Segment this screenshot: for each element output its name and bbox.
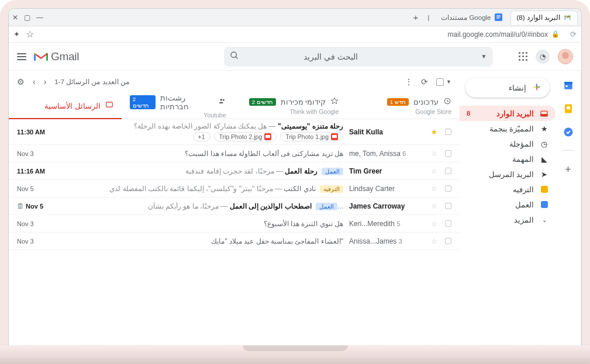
select-dropdown-icon[interactable]: ▼ [446,79,451,85]
svg-rect-2 [496,16,501,17]
attachment-chip[interactable]: Trip Photo 2.jpg [214,132,277,141]
row-checkbox[interactable] [445,238,451,244]
gmail-favicon-icon [564,14,571,22]
label-tag[interactable]: العمل [316,203,337,210]
refresh-icon[interactable]: ⟳ [421,77,428,86]
settings-gear-icon[interactable]: ⚙ [17,77,25,86]
gmail-logo[interactable]: Gmail [33,50,79,63]
compose-button[interactable]: إنشاء [465,78,550,98]
keep-addon-icon[interactable] [563,103,574,114]
date: 11:30 AM [17,129,52,136]
date: Nov 3 [17,150,52,157]
select-all-checkbox[interactable] [436,78,444,86]
email-row[interactable]: ☆ Tim Greer العمل رحلة العمل — مرحبًا، ل… [9,162,460,180]
search-options-icon[interactable]: ▼ [481,53,487,60]
search-box[interactable]: البحث في البريد ▼ [224,47,493,67]
image-file-icon [264,133,271,140]
account-avatar[interactable] [558,49,573,64]
browser-address-bar: ✦ ☆ mail.google.com/mail/u/0/#inbox 🔒 ⟳ [9,26,581,43]
more-actions-icon[interactable]: ⋮ [405,77,413,86]
star-toggle-icon[interactable]: ☆ [431,185,439,193]
email-row[interactable]: ☆ James Carroway العمل اصطحاب الوالدين إ… [9,197,460,215]
pagination-info: 1-7 من العديد من الرسائل [54,78,129,86]
sidebar-item-important[interactable]: ◣ المهمة [460,151,556,167]
star-toggle-icon[interactable]: ☆ [431,167,439,175]
sender: me, Tom, Anissa 6 [349,150,425,158]
attachments: Trip Photo 1.jpg Trip Photo 2.jpg +1 [193,132,343,141]
email-row[interactable]: ☆ Keri...Meredith 5 هل تنوي التنزة هذا ا… [9,215,460,233]
row-checkbox[interactable] [445,129,451,135]
category-tab-primary[interactable]: الرسائل الأساسية [9,93,122,119]
row-checkbox[interactable] [445,203,451,209]
row-checkbox[interactable] [445,220,451,227]
email-list: ★ Salit Kulla رحلة متنزه "يوسميتى" — هل … [9,119,460,250]
older-page-icon[interactable]: ‹ [33,77,36,86]
window-maximize-icon[interactable] [24,13,30,22]
calendar-addon-icon[interactable] [563,80,574,91]
sidebar-item-more[interactable]: ⌄ المزيد [460,212,556,227]
email-row[interactable]: ☆ me, Tom, Anissa 6 هل تريد مشاركتى فى أ… [9,145,460,162]
notifications-icon[interactable]: ◔ [536,50,550,64]
extensions-icon[interactable]: ✦ [13,30,20,39]
browser-tab-gmail[interactable]: البريد الوارد (8) [510,11,578,25]
attachment-more[interactable]: +1 [193,132,211,141]
svg-point-23 [220,98,222,100]
date: Nov 5 [17,185,52,192]
label-tag[interactable]: العمل [322,168,343,175]
snippet: — مرحبًا "بيتر" و"كيلسي"، إليكما قائمة ب… [109,185,284,193]
calendar-icon: 🗓 [17,202,24,210]
folder-icon [540,200,548,209]
sidebar-item-snoozed[interactable]: ◷ المؤجلة [460,136,556,151]
row-checkbox[interactable] [445,185,451,192]
sender: James Carroway [349,202,425,210]
sidebar-item-sent[interactable]: ➤ البريد المرسل [460,167,556,182]
window-close-icon[interactable] [12,13,18,22]
tab-title: البريد الوارد (8) [517,13,560,22]
new-tab-button[interactable]: + [410,12,422,22]
star-toggle-icon[interactable]: ☆ [431,150,439,158]
date: Nov 3 [17,238,52,245]
svg-rect-21 [541,114,547,116]
sidebar-item-work[interactable]: العمل [460,197,556,212]
star-toggle-icon[interactable]: ☆ [431,220,439,228]
email-row[interactable]: ☆ Anissa...James 3 العشاء المفاجئ بمناسب… [9,233,460,250]
bookmark-star-icon[interactable]: ☆ [26,29,34,40]
snippet: — هل يمكنك مشاركة الصور الخاصة بهذه الرح… [134,122,278,130]
window-minimize-icon[interactable] [36,13,43,22]
sidebar-item-entertainment[interactable]: الترفيه [460,182,556,197]
label-tag[interactable]: الترفيه [320,185,343,193]
sidebar-item-starred[interactable]: ★ المميّزة بنجمة [460,121,556,136]
google-apps-icon[interactable] [519,52,528,61]
svg-rect-11 [564,82,572,84]
category-tab-promotions[interactable]: קידומי מכירות 2 חדשים Think with Google [234,93,347,119]
category-tab-updates[interactable]: עדכונים 1 חדש Google Store [347,93,460,119]
clock-icon: ◷ [540,140,548,148]
tab-separator: | [424,14,433,21]
lock-icon: 🔒 [551,30,560,38]
star-toggle-icon[interactable]: ☆ [431,237,439,245]
sender: Anissa...James 3 [349,237,425,245]
newer-page-icon[interactable]: › [44,77,47,86]
row-checkbox[interactable] [445,150,451,157]
mail-toolbar: ⚙ ‹ › 1-7 من العديد من الرسائل ▼ ⟳ ⋮ [9,71,460,93]
date: Nov 3 [17,220,52,227]
subject: رحلة العمل [285,167,317,175]
url-field[interactable]: mail.google.com/mail/u/0/#inbox 🔒 [40,29,564,40]
svg-line-9 [236,57,237,58]
sidebar-item-inbox[interactable]: البريد الوارد 8 [460,106,556,121]
tasks-addon-icon[interactable] [563,127,574,137]
reload-icon[interactable]: ⟳ [570,30,577,39]
email-row[interactable]: ★ Salit Kulla رحلة متنزه "يوسميتى" — هل … [9,119,460,145]
star-toggle-icon[interactable]: ★ [431,128,439,136]
promotions-tab-icon [330,97,339,108]
category-tab-social[interactable]: رشتות חברתיות 2 חדשים Youtube [122,93,234,119]
row-checkbox[interactable] [445,168,451,174]
star-toggle-icon[interactable]: ☆ [431,202,439,210]
email-row[interactable]: ☆ Lindsay Carter الترفيه نادي الكتب — مر… [9,180,460,197]
browser-tab-strip: + | مستندات Google البريد الوارد (8) [9,9,581,26]
main-menu-icon[interactable] [17,53,26,60]
browser-tab-docs[interactable]: مستندات Google [435,11,508,25]
attachment-chip[interactable]: Trip Photo 1.jpg [280,132,343,141]
get-addons-icon[interactable]: + [565,164,571,176]
docs-favicon-icon [495,13,502,21]
